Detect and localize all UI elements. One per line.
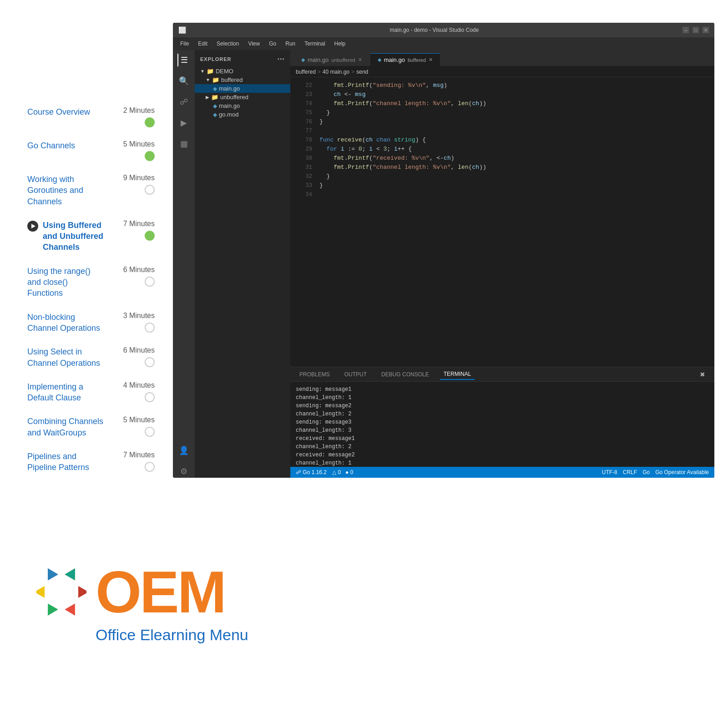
- menu-terminal[interactable]: Terminal: [301, 40, 329, 48]
- menu-edit[interactable]: Edit: [194, 40, 211, 48]
- course-title-default[interactable]: Implementing a Default Clause: [27, 381, 105, 404]
- terminal-output: sending: message1channel_length: 1sendin…: [290, 382, 714, 467]
- vscode-menubar: File Edit Selection View Go Run Terminal…: [173, 37, 714, 50]
- course-item-go-channels[interactable]: Go Channels5 Minutes: [27, 134, 155, 167]
- extensions-icon[interactable]: ▦: [177, 137, 190, 150]
- tree-folder-demo[interactable]: ▼ 📁 DEMO: [195, 67, 290, 76]
- tree-folder-buffered[interactable]: ▼ 📁 buffered: [195, 76, 290, 84]
- account-icon[interactable]: 👤: [177, 444, 190, 457]
- course-title-select[interactable]: Using Select in Channel Operations: [27, 346, 105, 369]
- menu-help[interactable]: Help: [331, 40, 349, 48]
- tab-buffered[interactable]: ◆ main.go buffered ✕: [370, 53, 440, 66]
- tab-close-buffered[interactable]: ✕: [429, 57, 433, 63]
- vscode-logo-icon: ⬜: [178, 26, 186, 34]
- code-editor[interactable]: 22 fmt.Printf("sending: %v\n", msg)23 ch…: [290, 77, 714, 367]
- course-item-pipelines[interactable]: Pipelines and Pipeline Patterns7 Minutes: [27, 445, 155, 480]
- code-content-76: }: [319, 117, 323, 126]
- terminal-line: channel_length: 2: [296, 410, 709, 418]
- tree-file-main-go-2[interactable]: ◆ main.go: [195, 101, 290, 110]
- tab-tag-buffered: buffered: [408, 57, 426, 63]
- breadcrumb-file: 40 main.go: [323, 69, 349, 75]
- course-meta-nonblocking: 3 Minutes: [105, 312, 155, 333]
- course-item-course-overview[interactable]: Course Overview2 Minutes: [27, 100, 155, 134]
- course-title-goroutines[interactable]: Working with Goroutines and Channels: [27, 174, 105, 207]
- course-title-range-close[interactable]: Using the range() and close() Functions: [27, 266, 105, 299]
- course-item-combining[interactable]: Combining Channels and WaitGroups5 Minut…: [27, 410, 155, 445]
- duration-range-close: 6 Minutes: [123, 266, 155, 274]
- line-number-23: 23: [296, 90, 312, 99]
- search-icon[interactable]: 🔍: [177, 75, 190, 87]
- titlebar-controls[interactable]: ‒ □ ✕: [682, 27, 709, 33]
- status-dot-combining: [145, 427, 155, 437]
- explorer-more-icon[interactable]: ⋯: [277, 55, 285, 63]
- tree-file-go-mod[interactable]: ◆ go.mod: [195, 110, 290, 119]
- oem-logo: OEM Office Elearning Menu: [36, 562, 248, 644]
- terminal-controls[interactable]: ✖: [700, 371, 705, 378]
- menu-go[interactable]: Go: [265, 40, 280, 48]
- menu-run[interactable]: Run: [282, 40, 299, 48]
- tab-close-unbuffered[interactable]: ✕: [358, 57, 362, 63]
- course-meta-pipelines: 7 Minutes: [105, 451, 155, 472]
- titlebar-left: ⬜: [178, 26, 186, 34]
- git-icon[interactable]: ☍: [177, 96, 190, 108]
- code-line-22: 22 fmt.Printf("sending: %v\n", msg): [290, 81, 714, 90]
- editor-main: ◆ main.go unbuffered ✕ ◆ main.go buffere…: [290, 50, 714, 478]
- folder-buffered-icon: 📁: [212, 76, 219, 83]
- code-line-29: 29 for i := 0; i < 3; i++ {: [290, 145, 714, 154]
- course-item-nonblocking[interactable]: Non-blocking Channel Operations3 Minutes: [27, 305, 155, 340]
- menu-selection[interactable]: Selection: [213, 40, 243, 48]
- go-mod-icon: ◆: [213, 111, 217, 118]
- status-bar: ☍ Go 1.16.2 △ 0 ● 0 UTF-8 CRLF Go Go Ope…: [290, 467, 714, 478]
- minimize-button[interactable]: ‒: [682, 27, 689, 33]
- status-dot-select: [145, 357, 155, 367]
- tab-unbuffered[interactable]: ◆ main.go unbuffered ✕: [294, 53, 369, 66]
- oem-icon: [36, 567, 86, 617]
- course-item-range-close[interactable]: Using the range() and close() Functions6…: [27, 259, 155, 305]
- line-number-78: 78: [296, 136, 312, 145]
- tab-tag-unbuffered: unbuffered: [331, 57, 355, 63]
- tab-terminal[interactable]: TERMINAL: [440, 369, 475, 380]
- course-title-pipelines[interactable]: Pipelines and Pipeline Patterns: [27, 451, 105, 473]
- duration-goroutines: 9 Minutes: [123, 174, 155, 182]
- breadcrumb-buffered: buffered: [296, 69, 316, 75]
- svg-marker-4: [43, 603, 58, 617]
- line-number-32: 32: [296, 172, 312, 181]
- code-content-30: fmt.Printf("received: %v\n", <-ch): [319, 154, 455, 163]
- code-line-30: 30 fmt.Printf("received: %v\n", <-ch): [290, 154, 714, 163]
- code-content-22: fmt.Printf("sending: %v\n", msg): [319, 81, 447, 90]
- tab-label-unbuffered: main.go: [308, 56, 329, 63]
- svg-marker-2: [78, 586, 86, 598]
- course-title-go-channels[interactable]: Go Channels: [27, 140, 75, 151]
- menu-file[interactable]: File: [177, 40, 192, 48]
- explorer-icon[interactable]: ☰: [177, 54, 190, 66]
- course-title-combining[interactable]: Combining Channels and WaitGroups: [27, 416, 105, 438]
- course-title-buffered[interactable]: Using Buffered and Unbuffered Channels: [43, 220, 105, 253]
- code-content-23: ch <- msg: [319, 90, 365, 99]
- course-item-buffered[interactable]: Using Buffered and Unbuffered Channels7 …: [27, 213, 155, 259]
- course-item-select[interactable]: Using Select in Channel Operations6 Minu…: [27, 340, 155, 375]
- maximize-button[interactable]: □: [693, 27, 699, 33]
- course-title-nonblocking[interactable]: Non-blocking Channel Operations: [27, 312, 105, 334]
- svg-marker-5: [36, 586, 45, 598]
- code-content-33: }: [319, 181, 323, 190]
- course-title-course-overview[interactable]: Course Overview: [27, 106, 90, 117]
- duration-buffered: 7 Minutes: [123, 220, 155, 228]
- close-button[interactable]: ✕: [703, 27, 709, 33]
- tab-output[interactable]: OUTPUT: [341, 369, 370, 379]
- folder-name-buffered: buffered: [221, 76, 243, 83]
- activity-bar: ☰ 🔍 ☍ ▶ ▦ 👤 ⚙: [173, 50, 195, 478]
- tree-folder-unbuffered[interactable]: ▶ 📁 unbuffered: [195, 93, 290, 101]
- settings-icon[interactable]: ⚙: [177, 465, 190, 478]
- menu-view[interactable]: View: [244, 40, 263, 48]
- code-line-31: 31 fmt.Printf("channel length: %v\n", le…: [290, 163, 714, 172]
- course-item-goroutines[interactable]: Working with Goroutines and Channels9 Mi…: [27, 167, 155, 213]
- course-item-default[interactable]: Implementing a Default Clause4 Minutes: [27, 375, 155, 410]
- tab-problems[interactable]: PROBLEMS: [296, 369, 334, 379]
- tab-debug-console[interactable]: DEBUG CONSOLE: [378, 369, 433, 379]
- status-dot-pipelines: [145, 462, 155, 472]
- file-name-main-go-2: main.go: [219, 102, 240, 109]
- tree-file-main-go-1[interactable]: ◆ main.go: [195, 84, 290, 93]
- course-meta-goroutines: 9 Minutes: [105, 174, 155, 195]
- debug-icon[interactable]: ▶: [177, 116, 190, 129]
- chevron-down-icon-buffered: ▼: [206, 77, 210, 82]
